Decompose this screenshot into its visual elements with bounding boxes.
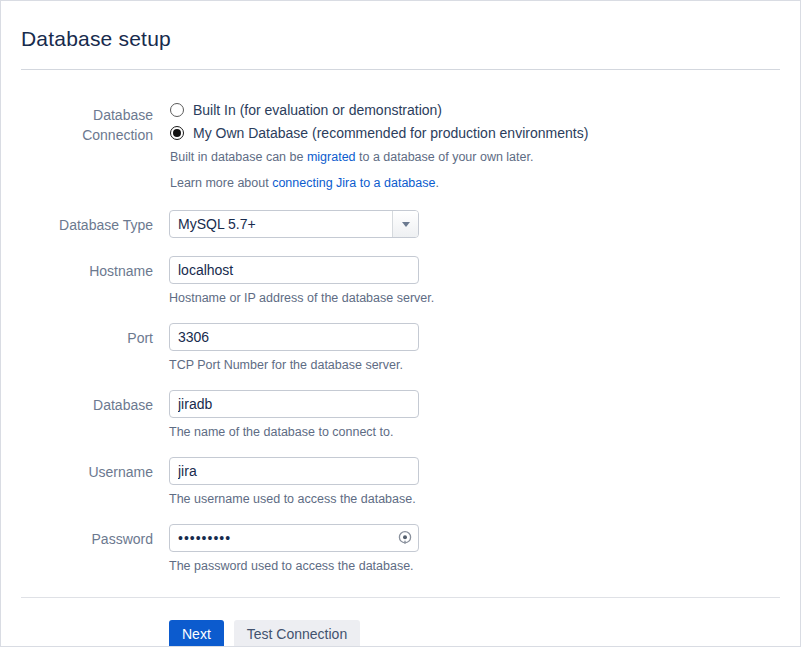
title-divider — [21, 69, 780, 70]
username-description: The username used to access the database… — [169, 492, 780, 506]
row-port: Port TCP Port Number for the database se… — [21, 323, 780, 372]
chevron-down-icon — [402, 222, 410, 227]
migration-help-text: Built in database can be migrated to a d… — [170, 149, 780, 167]
radio-option-built-in[interactable]: Built In (for evaluation or demonstratio… — [169, 102, 780, 118]
database-setup-form: Database Connection Built In (for evalua… — [21, 100, 780, 573]
form-actions: Next Test Connection — [169, 620, 780, 647]
port-description: TCP Port Number for the database server. — [169, 358, 780, 372]
radio-option-my-own-database[interactable]: My Own Database (recommended for product… — [169, 125, 780, 141]
my-own-database-radio[interactable] — [170, 126, 184, 140]
hostname-description: Hostname or IP address of the database s… — [169, 291, 780, 305]
help-text-pre: Learn more about — [170, 176, 272, 190]
next-button[interactable]: Next — [169, 620, 224, 647]
database-label: Database — [21, 390, 153, 439]
help-text-post: . — [435, 176, 438, 190]
dropdown-button[interactable] — [392, 211, 418, 237]
page-title: Database setup — [21, 27, 780, 51]
database-connection-label: Database Connection — [21, 100, 153, 192]
actions-divider — [21, 597, 780, 598]
help-text-pre: Built in database can be — [170, 150, 307, 164]
port-label: Port — [21, 323, 153, 372]
built-in-radio[interactable] — [170, 103, 184, 117]
port-input[interactable] — [169, 323, 419, 351]
password-input[interactable] — [169, 524, 419, 552]
password-label: Password — [21, 524, 153, 573]
row-username: Username The username used to access the… — [21, 457, 780, 506]
learn-more-help-text: Learn more about connecting Jira to a da… — [170, 175, 780, 193]
database-type-label: Database Type — [21, 210, 153, 238]
row-password: Password The password used to access the… — [21, 524, 780, 573]
help-text-post: to a database of your own later. — [356, 150, 534, 164]
my-own-database-radio-label: My Own Database (recommended for product… — [193, 125, 588, 141]
row-database: Database The name of the database to con… — [21, 390, 780, 439]
password-reveal-icon[interactable] — [397, 530, 413, 546]
migrated-link[interactable]: migrated — [307, 150, 356, 164]
database-type-select[interactable]: MySQL 5.7+ — [169, 210, 419, 238]
hostname-label: Hostname — [21, 256, 153, 305]
password-description: The password used to access the database… — [169, 559, 780, 573]
database-setup-page: Database setup Database Connection Built… — [0, 0, 801, 647]
row-database-type: Database Type MySQL 5.7+ — [21, 210, 780, 238]
database-input[interactable] — [169, 390, 419, 418]
built-in-radio-label: Built In (for evaluation or demonstratio… — [193, 102, 442, 118]
username-input[interactable] — [169, 457, 419, 485]
database-connection-options: Built In (for evaluation or demonstratio… — [169, 100, 780, 192]
database-type-selected-value: MySQL 5.7+ — [170, 211, 392, 237]
row-database-connection: Database Connection Built In (for evalua… — [21, 100, 780, 192]
hostname-input[interactable] — [169, 256, 419, 284]
connecting-jira-link[interactable]: connecting Jira to a database — [272, 176, 435, 190]
database-description: The name of the database to connect to. — [169, 425, 780, 439]
row-hostname: Hostname Hostname or IP address of the d… — [21, 256, 780, 305]
username-label: Username — [21, 457, 153, 506]
test-connection-button[interactable]: Test Connection — [234, 620, 360, 647]
